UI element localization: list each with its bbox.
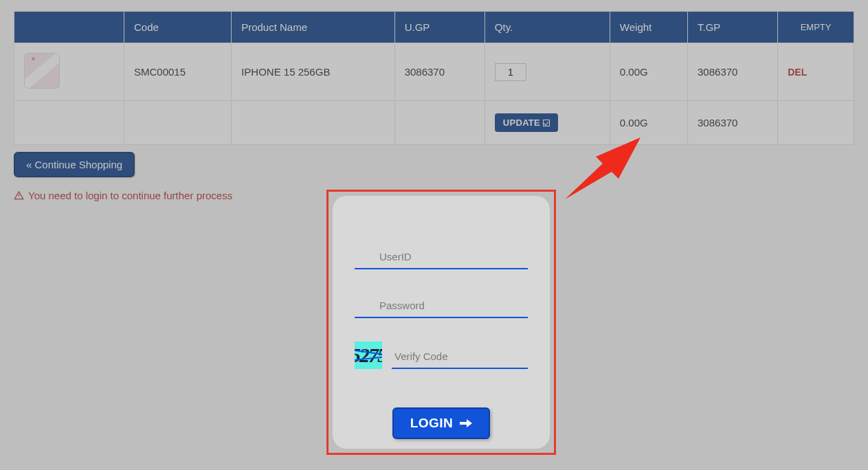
col-ugp: U.GP	[394, 12, 485, 43]
login-card: 5275 LOGIN	[333, 196, 550, 449]
page-container: Code Product Name U.GP Qty. Weight T.GP …	[0, 0, 868, 212]
table-row: SMC00015 IPHONE 15 256GB 3086370 0.00G 3…	[14, 43, 854, 101]
product-thumb	[24, 53, 60, 89]
verify-code-input[interactable]	[392, 346, 528, 369]
login-button[interactable]: LOGIN	[392, 407, 491, 439]
userid-input[interactable]	[355, 247, 528, 269]
delete-link[interactable]: DEL	[788, 67, 807, 78]
col-image	[14, 12, 124, 43]
update-button[interactable]: UPDATE	[495, 113, 558, 132]
col-qty: Qty.	[485, 12, 610, 43]
cart-table: Code Product Name U.GP Qty. Weight T.GP …	[14, 11, 854, 145]
password-input[interactable]	[355, 295, 528, 318]
login-label: LOGIN	[410, 416, 454, 431]
col-name: Product Name	[232, 12, 394, 43]
table-footer-row: UPDATE 0.00G 3086370	[14, 101, 854, 145]
col-code: Code	[124, 12, 232, 43]
cell-tgp: 3086370	[688, 43, 778, 101]
captcha-text: 5275	[355, 344, 382, 367]
footer-weight: 0.00G	[610, 101, 687, 145]
login-highlight-border: 5275 LOGIN	[326, 190, 556, 455]
cell-name: IPHONE 15 256GB	[232, 43, 394, 101]
continue-shopping-button[interactable]: « Continue Shopping	[14, 152, 135, 177]
col-empty[interactable]: EMPTY	[778, 12, 854, 43]
warning-text: You need to login to continue further pr…	[28, 190, 232, 201]
col-weight: Weight	[610, 12, 687, 43]
captcha-image: 5275	[355, 342, 382, 369]
check-icon	[543, 120, 550, 126]
cell-ugp: 3086370	[394, 43, 485, 101]
footer-tgp: 3086370	[688, 101, 778, 145]
update-label: UPDATE	[503, 118, 540, 128]
col-tgp: T.GP	[688, 12, 778, 43]
arrow-right-icon	[460, 419, 472, 427]
cell-code: SMC00015	[124, 43, 232, 101]
warning-icon	[14, 190, 24, 201]
qty-input[interactable]	[495, 63, 526, 81]
cell-weight: 0.00G	[610, 43, 687, 101]
